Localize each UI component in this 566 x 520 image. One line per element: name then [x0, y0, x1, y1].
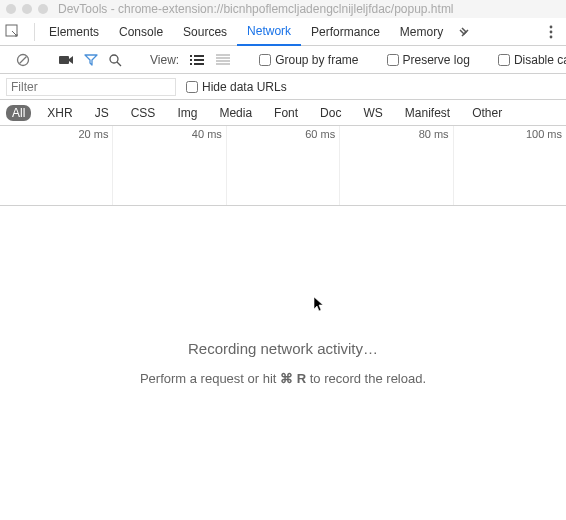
type-img[interactable]: Img: [171, 105, 203, 121]
tick-label: 80 ms: [419, 128, 449, 140]
filter-input[interactable]: [6, 78, 176, 96]
preserve-log-checkbox[interactable]: Preserve log: [387, 53, 470, 67]
tab-memory[interactable]: Memory: [390, 18, 453, 46]
tick-label: 60 ms: [305, 128, 335, 140]
disable-cache-input[interactable]: [498, 54, 510, 66]
tab-sources[interactable]: Sources: [173, 18, 237, 46]
type-ws[interactable]: WS: [357, 105, 388, 121]
svg-point-3: [550, 35, 553, 38]
timeline-seg: 40 ms: [112, 126, 225, 205]
type-js[interactable]: JS: [89, 105, 115, 121]
panel-tabs-row: Elements Console Sources Network Perform…: [0, 18, 566, 46]
preserve-log-input[interactable]: [387, 54, 399, 66]
type-manifest[interactable]: Manifest: [399, 105, 456, 121]
tab-elements[interactable]: Elements: [39, 18, 109, 46]
svg-rect-6: [59, 56, 69, 64]
disable-cache-checkbox[interactable]: Disable cache: [498, 53, 566, 67]
timeline-seg: 60 ms: [226, 126, 339, 205]
type-font[interactable]: Font: [268, 105, 304, 121]
disable-cache-label: Disable cache: [514, 53, 566, 67]
window-title-bar: DevTools - chrome-extension://bicnhpofle…: [0, 0, 566, 18]
type-xhr[interactable]: XHR: [41, 105, 78, 121]
more-tabs-icon[interactable]: [453, 18, 475, 46]
tab-console[interactable]: Console: [109, 18, 173, 46]
divider: [34, 23, 35, 41]
type-css[interactable]: CSS: [125, 105, 162, 121]
search-icon[interactable]: [108, 52, 122, 68]
svg-point-1: [550, 25, 553, 28]
tick-label: 100 ms: [526, 128, 562, 140]
recording-headline: Recording network activity…: [188, 340, 378, 357]
group-by-frame-checkbox[interactable]: Group by frame: [259, 53, 358, 67]
tick-label: 40 ms: [192, 128, 222, 140]
svg-line-5: [20, 56, 27, 63]
view-large-icon[interactable]: [189, 52, 205, 68]
timeline-seg: 100 ms: [453, 126, 566, 205]
recording-subline: Perform a request or hit ⌘ R to record t…: [140, 371, 426, 386]
svg-line-8: [117, 62, 121, 66]
tab-performance[interactable]: Performance: [301, 18, 390, 46]
network-toolbar: View: Group by frame Preserve log Disabl…: [0, 46, 566, 74]
request-type-row: All XHR JS CSS Img Media Font Doc WS Man…: [0, 100, 566, 126]
close-dot-icon[interactable]: [6, 4, 16, 14]
timeline-overview[interactable]: 20 ms 40 ms 60 ms 80 ms 100 ms: [0, 126, 566, 206]
timeline-seg: 20 ms: [0, 126, 112, 205]
zoom-dot-icon[interactable]: [38, 4, 48, 14]
window-title: DevTools - chrome-extension://bicnhpofle…: [58, 2, 454, 16]
cursor-icon: [313, 296, 325, 312]
preserve-log-label: Preserve log: [403, 53, 470, 67]
svg-point-7: [110, 55, 118, 63]
camera-icon[interactable]: [58, 52, 74, 68]
type-other[interactable]: Other: [466, 105, 508, 121]
svg-point-2: [550, 30, 553, 33]
type-all[interactable]: All: [6, 105, 31, 121]
timeline-seg: 80 ms: [339, 126, 452, 205]
tick-label: 20 ms: [78, 128, 108, 140]
inspect-element-icon[interactable]: [4, 23, 22, 41]
filter-icon[interactable]: [84, 52, 98, 68]
traffic-lights: [6, 4, 48, 14]
filter-row: Hide data URLs: [0, 74, 566, 100]
hide-data-urls-input[interactable]: [186, 81, 198, 93]
shortcut-text: ⌘ R: [280, 371, 306, 386]
network-empty-pane: Recording network activity… Perform a re…: [0, 206, 566, 520]
group-by-frame-label: Group by frame: [275, 53, 358, 67]
hide-data-urls-label: Hide data URLs: [202, 80, 287, 94]
type-doc[interactable]: Doc: [314, 105, 347, 121]
tab-network[interactable]: Network: [237, 18, 301, 46]
clear-icon[interactable]: [16, 52, 30, 68]
kebab-menu-icon[interactable]: [540, 18, 562, 46]
view-label: View:: [150, 53, 179, 67]
type-media[interactable]: Media: [213, 105, 258, 121]
hide-data-urls-checkbox[interactable]: Hide data URLs: [186, 80, 287, 94]
minimize-dot-icon[interactable]: [22, 4, 32, 14]
group-by-frame-input[interactable]: [259, 54, 271, 66]
sub-post: to record the reload.: [306, 371, 426, 386]
view-compact-icon[interactable]: [215, 52, 231, 68]
sub-pre: Perform a request or hit: [140, 371, 280, 386]
